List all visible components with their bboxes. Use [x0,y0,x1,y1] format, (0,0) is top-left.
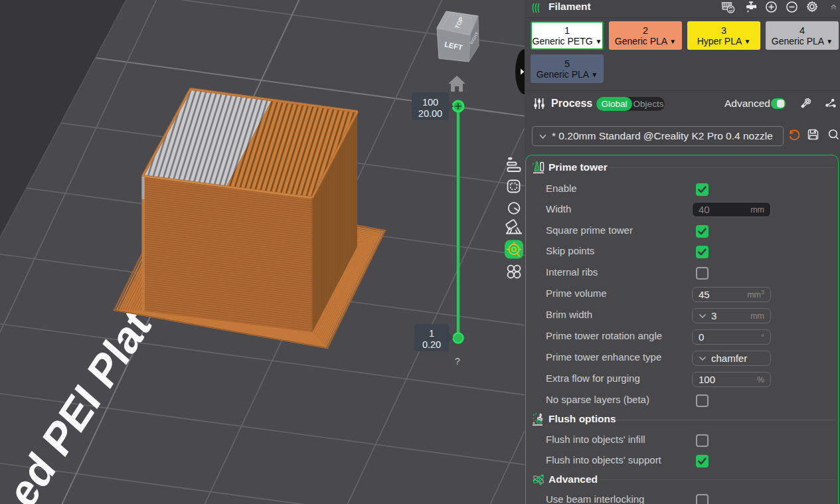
svg-text:100: 100 [422,97,438,108]
svg-text:20.00: 20.00 [418,108,442,119]
svg-text:1: 1 [429,328,434,339]
svg-text:0.20: 0.20 [422,339,441,350]
svg-text:?: ? [455,356,460,367]
